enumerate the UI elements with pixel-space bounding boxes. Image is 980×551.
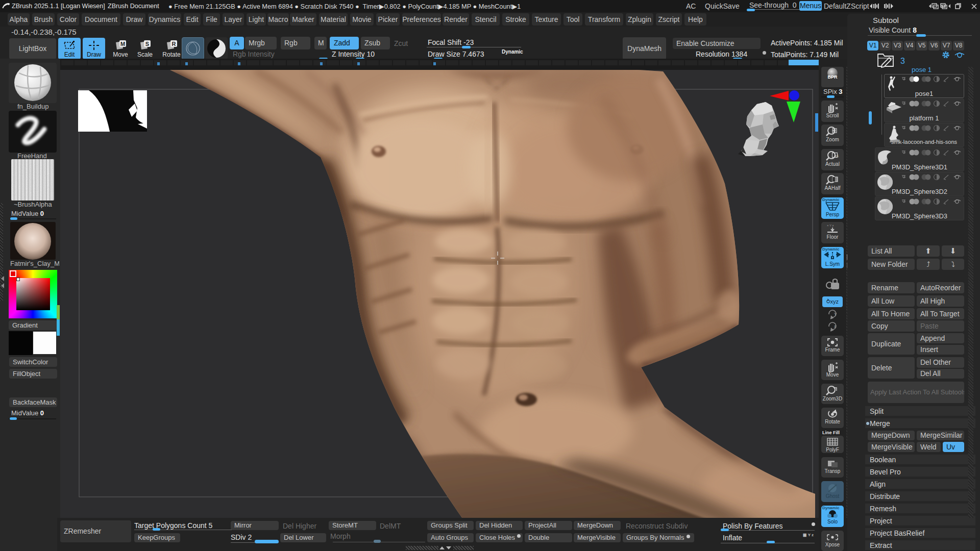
svg-text:× Y z: × Y z bbox=[827, 224, 834, 227]
svg-text:Y: Y bbox=[834, 312, 837, 316]
svg-text:c: c bbox=[834, 285, 836, 288]
svg-text:z: z bbox=[834, 324, 836, 329]
